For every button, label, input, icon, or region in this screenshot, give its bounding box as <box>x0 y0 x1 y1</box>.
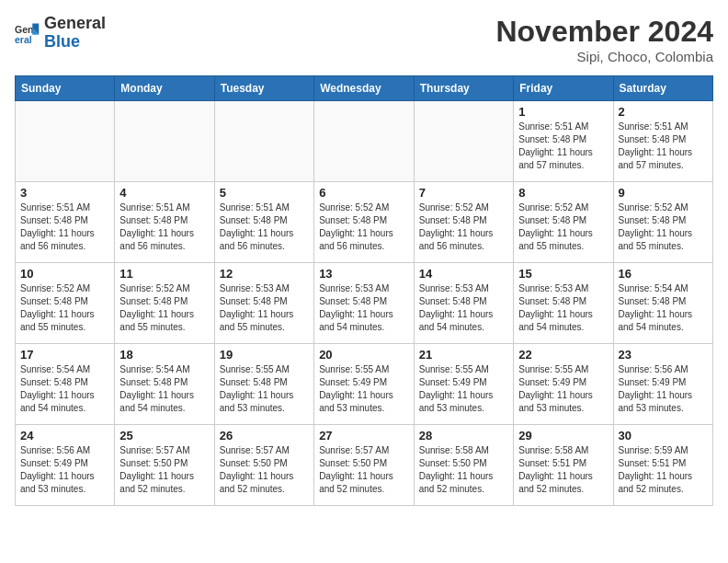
day-info: Sunrise: 5:57 AM Sunset: 5:50 PM Dayligh… <box>220 444 309 496</box>
day-info: Sunrise: 5:53 AM Sunset: 5:48 PM Dayligh… <box>220 282 309 334</box>
day-info: Sunrise: 5:52 AM Sunset: 5:48 PM Dayligh… <box>119 282 209 334</box>
calendar-cell: 17Sunrise: 5:54 AM Sunset: 5:48 PM Dayli… <box>16 344 115 425</box>
location-subtitle: Sipi, Choco, Colombia <box>495 49 713 64</box>
calendar-cell <box>115 101 214 182</box>
calendar-cell: 28Sunrise: 5:58 AM Sunset: 5:50 PM Dayli… <box>414 425 513 506</box>
day-number: 23 <box>619 348 709 362</box>
calendar-cell: 2Sunrise: 5:51 AM Sunset: 5:48 PM Daylig… <box>613 101 713 182</box>
day-info: Sunrise: 5:58 AM Sunset: 5:51 PM Dayligh… <box>518 444 608 496</box>
calendar-cell: 29Sunrise: 5:58 AM Sunset: 5:51 PM Dayli… <box>514 425 613 506</box>
week-row-4: 17Sunrise: 5:54 AM Sunset: 5:48 PM Dayli… <box>16 344 713 425</box>
calendar-cell: 21Sunrise: 5:55 AM Sunset: 5:49 PM Dayli… <box>414 344 513 425</box>
week-row-2: 3Sunrise: 5:51 AM Sunset: 5:48 PM Daylig… <box>16 182 713 263</box>
day-info: Sunrise: 5:52 AM Sunset: 5:48 PM Dayligh… <box>20 282 109 334</box>
day-number: 8 <box>518 186 608 200</box>
day-info: Sunrise: 5:53 AM Sunset: 5:48 PM Dayligh… <box>518 282 608 334</box>
calendar-cell: 5Sunrise: 5:51 AM Sunset: 5:48 PM Daylig… <box>214 182 313 263</box>
weekday-header-sunday: Sunday <box>16 76 115 101</box>
day-info: Sunrise: 5:59 AM Sunset: 5:51 PM Dayligh… <box>619 444 709 496</box>
calendar-cell: 22Sunrise: 5:55 AM Sunset: 5:49 PM Dayli… <box>514 344 613 425</box>
day-number: 9 <box>619 186 709 200</box>
day-number: 2 <box>619 105 709 119</box>
day-info: Sunrise: 5:51 AM Sunset: 5:48 PM Dayligh… <box>119 201 209 253</box>
day-info: Sunrise: 5:54 AM Sunset: 5:48 PM Dayligh… <box>619 282 709 334</box>
calendar-cell: 19Sunrise: 5:55 AM Sunset: 5:48 PM Dayli… <box>214 344 313 425</box>
calendar-cell: 6Sunrise: 5:52 AM Sunset: 5:48 PM Daylig… <box>314 182 415 263</box>
day-number: 4 <box>119 186 209 200</box>
day-number: 21 <box>419 348 508 362</box>
day-number: 29 <box>518 429 608 442</box>
calendar-cell: 3Sunrise: 5:51 AM Sunset: 5:48 PM Daylig… <box>16 182 115 263</box>
calendar-cell: 8Sunrise: 5:52 AM Sunset: 5:48 PM Daylig… <box>514 182 613 263</box>
calendar-cell: 4Sunrise: 5:51 AM Sunset: 5:48 PM Daylig… <box>115 182 214 263</box>
day-number: 3 <box>20 186 109 200</box>
calendar-cell: 30Sunrise: 5:59 AM Sunset: 5:51 PM Dayli… <box>613 425 713 506</box>
logo-blue-text: Blue <box>44 32 80 51</box>
calendar-cell: 16Sunrise: 5:54 AM Sunset: 5:48 PM Dayli… <box>613 263 713 344</box>
day-info: Sunrise: 5:51 AM Sunset: 5:48 PM Dayligh… <box>619 121 709 172</box>
day-info: Sunrise: 5:55 AM Sunset: 5:48 PM Dayligh… <box>220 363 309 415</box>
title-block: November 2024 Sipi, Choco, Colombia <box>495 15 713 64</box>
day-number: 11 <box>119 267 209 281</box>
day-number: 22 <box>518 348 608 362</box>
svg-text:eral: eral <box>15 33 32 44</box>
calendar-table: SundayMondayTuesdayWednesdayThursdayFrid… <box>15 75 713 506</box>
day-info: Sunrise: 5:52 AM Sunset: 5:48 PM Dayligh… <box>419 201 508 253</box>
weekday-header-friday: Friday <box>514 76 613 101</box>
weekday-header-tuesday: Tuesday <box>214 76 313 101</box>
logo: Gen eral General Blue <box>15 15 106 52</box>
calendar-cell: 18Sunrise: 5:54 AM Sunset: 5:48 PM Dayli… <box>115 344 214 425</box>
weekday-header-monday: Monday <box>115 76 214 101</box>
day-number: 12 <box>220 267 309 281</box>
day-info: Sunrise: 5:55 AM Sunset: 5:49 PM Dayligh… <box>319 363 409 415</box>
day-number: 19 <box>220 348 309 362</box>
weekday-header-row: SundayMondayTuesdayWednesdayThursdayFrid… <box>16 76 713 101</box>
day-info: Sunrise: 5:53 AM Sunset: 5:48 PM Dayligh… <box>319 282 409 334</box>
logo-icon: Gen eral <box>15 20 40 46</box>
day-number: 18 <box>119 348 209 362</box>
calendar-cell: 9Sunrise: 5:52 AM Sunset: 5:48 PM Daylig… <box>613 182 713 263</box>
day-number: 26 <box>220 429 309 442</box>
day-number: 16 <box>619 267 709 281</box>
month-year-title: November 2024 <box>495 15 713 49</box>
calendar-cell <box>314 101 415 182</box>
day-number: 10 <box>20 267 109 281</box>
calendar-cell: 13Sunrise: 5:53 AM Sunset: 5:48 PM Dayli… <box>314 263 415 344</box>
day-number: 30 <box>619 429 709 442</box>
day-number: 15 <box>518 267 608 281</box>
calendar-cell: 24Sunrise: 5:56 AM Sunset: 5:49 PM Dayli… <box>16 425 115 506</box>
weekday-header-wednesday: Wednesday <box>314 76 415 101</box>
calendar-cell: 1Sunrise: 5:51 AM Sunset: 5:48 PM Daylig… <box>514 101 613 182</box>
week-row-3: 10Sunrise: 5:52 AM Sunset: 5:48 PM Dayli… <box>16 263 713 344</box>
calendar-cell: 15Sunrise: 5:53 AM Sunset: 5:48 PM Dayli… <box>514 263 613 344</box>
calendar-cell <box>414 101 513 182</box>
day-info: Sunrise: 5:55 AM Sunset: 5:49 PM Dayligh… <box>419 363 508 415</box>
page-header: Gen eral General Blue November 2024 Sipi… <box>15 15 713 64</box>
week-row-1: 1Sunrise: 5:51 AM Sunset: 5:48 PM Daylig… <box>16 101 713 182</box>
day-number: 6 <box>319 186 409 200</box>
day-number: 13 <box>319 267 409 281</box>
day-info: Sunrise: 5:51 AM Sunset: 5:48 PM Dayligh… <box>20 201 109 253</box>
day-number: 24 <box>20 429 109 442</box>
calendar-cell: 20Sunrise: 5:55 AM Sunset: 5:49 PM Dayli… <box>314 344 415 425</box>
day-number: 20 <box>319 348 409 362</box>
calendar-cell: 25Sunrise: 5:57 AM Sunset: 5:50 PM Dayli… <box>115 425 214 506</box>
day-info: Sunrise: 5:52 AM Sunset: 5:48 PM Dayligh… <box>319 201 409 253</box>
calendar-cell: 14Sunrise: 5:53 AM Sunset: 5:48 PM Dayli… <box>414 263 513 344</box>
calendar-cell: 27Sunrise: 5:57 AM Sunset: 5:50 PM Dayli… <box>314 425 415 506</box>
day-info: Sunrise: 5:51 AM Sunset: 5:48 PM Dayligh… <box>518 121 608 172</box>
week-row-5: 24Sunrise: 5:56 AM Sunset: 5:49 PM Dayli… <box>16 425 713 506</box>
weekday-header-thursday: Thursday <box>414 76 513 101</box>
calendar-cell: 26Sunrise: 5:57 AM Sunset: 5:50 PM Dayli… <box>214 425 313 506</box>
day-info: Sunrise: 5:55 AM Sunset: 5:49 PM Dayligh… <box>518 363 608 415</box>
day-info: Sunrise: 5:52 AM Sunset: 5:48 PM Dayligh… <box>518 201 608 253</box>
day-info: Sunrise: 5:56 AM Sunset: 5:49 PM Dayligh… <box>20 444 109 496</box>
calendar-cell: 23Sunrise: 5:56 AM Sunset: 5:49 PM Dayli… <box>613 344 713 425</box>
day-info: Sunrise: 5:57 AM Sunset: 5:50 PM Dayligh… <box>319 444 409 496</box>
day-number: 25 <box>119 429 209 442</box>
day-number: 5 <box>220 186 309 200</box>
day-info: Sunrise: 5:54 AM Sunset: 5:48 PM Dayligh… <box>119 363 209 415</box>
day-info: Sunrise: 5:57 AM Sunset: 5:50 PM Dayligh… <box>119 444 209 496</box>
day-number: 28 <box>419 429 508 442</box>
calendar-cell: 11Sunrise: 5:52 AM Sunset: 5:48 PM Dayli… <box>115 263 214 344</box>
